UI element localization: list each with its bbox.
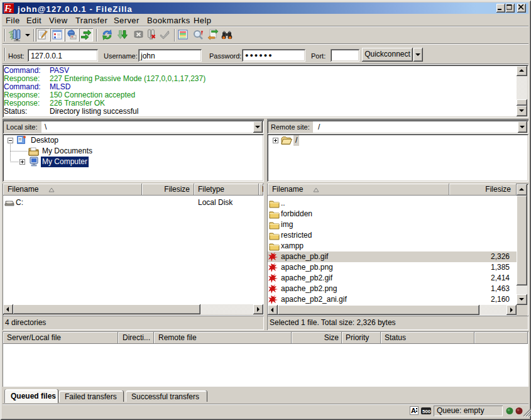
svg-text:500: 500 xyxy=(422,409,431,414)
svg-text:A: A xyxy=(411,407,416,414)
svg-text:z: z xyxy=(9,6,12,13)
